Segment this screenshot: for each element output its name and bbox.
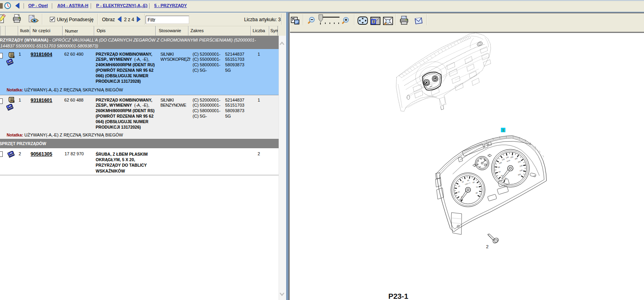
svg-text:30: 30 <box>458 185 460 188</box>
svg-text:100: 100 <box>498 162 502 164</box>
svg-text:60: 60 <box>498 171 501 173</box>
svg-text:220: 220 <box>519 164 523 167</box>
svg-text:260: 260 <box>517 173 521 176</box>
svg-text:40: 40 <box>461 181 464 184</box>
svg-text:P23-1: P23-1 <box>388 292 408 300</box>
svg-text:200: 200 <box>517 160 521 163</box>
svg-text:2: 2 <box>486 244 488 249</box>
svg-text:km/h: km/h <box>506 159 511 162</box>
svg-text:180: 180 <box>514 157 518 160</box>
svg-text:1/Min x 1: 1/Min x 1 <box>464 182 470 185</box>
svg-text:240: 240 <box>519 169 523 172</box>
svg-text:80: 80 <box>498 166 500 169</box>
svg-text:120: 120 <box>501 158 505 161</box>
svg-text:60: 60 <box>472 181 475 184</box>
svg-text:140: 140 <box>505 156 509 159</box>
svg-text:50: 50 <box>467 179 469 182</box>
svg-text:160: 160 <box>510 156 513 158</box>
svg-text:70: 70 <box>475 186 478 189</box>
svg-text:20: 20 <box>457 191 460 193</box>
svg-text:80: 80 <box>475 192 478 195</box>
svg-text:1: 1 <box>502 128 504 132</box>
